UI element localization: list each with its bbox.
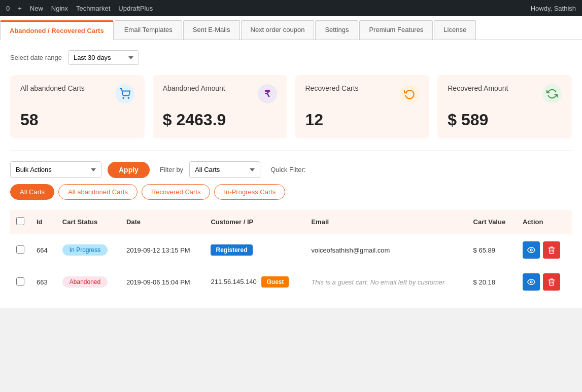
svg-point-0 [123, 97, 124, 98]
stat-card-header-2: Abandoned Amount ₹ [163, 84, 277, 103]
row-value-664: $ 65.89 [467, 234, 517, 266]
admin-bar-plus[interactable]: + [18, 5, 22, 12]
tab-abandoned-recovered[interactable]: Abandoned / Recovered Carts [0, 20, 114, 40]
row-date-664: 2019-09-12 13:15 PM [120, 234, 205, 266]
page-wrapper: Abandoned / Recovered Carts Email Templa… [0, 16, 582, 308]
view-button-663[interactable] [523, 273, 540, 291]
delete-button-663[interactable] [543, 273, 560, 291]
apply-button[interactable]: Apply [108, 162, 150, 178]
row-checkbox-664[interactable] [10, 234, 30, 266]
row-status-664: In Progress [56, 234, 120, 266]
th-cart-status: Cart Status [56, 210, 120, 234]
filter-by-label: Filter by [160, 166, 183, 173]
admin-bar-new[interactable]: New [30, 5, 43, 12]
table-row: 663 Abandoned 2019-09-06 15:04 PM 211.56… [10, 266, 572, 298]
stat-icon-recycle [542, 84, 562, 103]
stat-card-header-3: Recovered Carts [305, 84, 420, 103]
tab-license[interactable]: License [434, 20, 476, 40]
th-customer-ip: Customer / IP [204, 210, 305, 234]
filter-by-select[interactable]: All Carts Abandoned Recovered In Progres… [189, 161, 260, 178]
stat-label-abandoned-amount: Abandoned Amount [163, 84, 225, 92]
stat-icon-refresh [400, 84, 419, 103]
view-button-664[interactable] [523, 241, 540, 259]
stat-card-header-1: All abandoned Carts [20, 84, 134, 103]
quick-filter-buttons: All Carts All abandoned Carts Recovered … [10, 184, 285, 200]
stat-value-all-abandoned: 58 [20, 111, 134, 129]
quick-filter-in-progress[interactable]: In-Progress Carts [214, 184, 285, 200]
bulk-actions-select[interactable]: Bulk Actions Delete [10, 161, 101, 178]
th-email: Email [305, 210, 467, 234]
action-buttons-664 [523, 241, 566, 259]
customer-ip-663: 211.56.145.140 [211, 278, 256, 286]
carts-table-wrapper: Id Cart Status Date Customer / IP Email … [10, 210, 572, 298]
tab-email-templates[interactable]: Email Templates [115, 20, 182, 40]
row-id-664: 664 [30, 234, 56, 266]
admin-user-label: Howdy, Sathish [531, 5, 576, 12]
admin-bar-zero[interactable]: 0 [6, 5, 10, 12]
row-action-663 [517, 266, 572, 298]
th-id: Id [30, 210, 56, 234]
main-content: Select date range Last 7 days Last 30 da… [0, 40, 582, 308]
quick-filter-recovered[interactable]: Recovered Carts [142, 184, 211, 200]
th-checkbox [10, 210, 30, 234]
th-date: Date [120, 210, 205, 234]
admin-bar: 0 + New Nginx Techmarket UpdraftPlus How… [0, 0, 582, 16]
stat-icon-rupee: ₹ [258, 84, 277, 103]
tab-sent-emails[interactable]: Sent E-Mails [183, 20, 240, 40]
row-email-664: voiceofsathish@gmail.com [305, 234, 467, 266]
row-date-663: 2019-09-06 15:04 PM [120, 266, 205, 298]
tab-next-order-coupon[interactable]: Next order coupon [241, 20, 315, 40]
date-range-label: Select date range [10, 54, 62, 61]
stat-label-recovered-amount: Recovered Amount [448, 84, 508, 92]
filters-row: Bulk Actions Delete Apply Filter by All … [10, 161, 572, 200]
quick-filter-all-carts[interactable]: All Carts [10, 184, 54, 200]
stat-label-recovered-carts: Recovered Carts [305, 84, 359, 92]
date-range-select[interactable]: Last 7 days Last 30 days Last 90 days Th… [68, 50, 139, 65]
tab-settings[interactable]: Settings [315, 20, 358, 40]
th-action: Action [517, 210, 572, 234]
stats-grid: All abandoned Carts 58 Abandoned Amount … [10, 75, 572, 138]
svg-point-3 [530, 281, 532, 283]
status-badge-663: Abandoned [62, 276, 108, 288]
stat-card-all-abandoned: All abandoned Carts 58 [10, 75, 145, 138]
row-customer-664: Registered [204, 234, 305, 266]
carts-table: Id Cart Status Date Customer / IP Email … [10, 210, 572, 298]
stat-value-recovered-carts: 12 [305, 111, 420, 129]
table-header-row: Id Cart Status Date Customer / IP Email … [10, 210, 572, 234]
action-buttons-663 [523, 273, 566, 291]
section-divider [10, 151, 572, 151]
row-customer-663: 211.56.145.140 Guest [204, 266, 305, 298]
svg-point-2 [530, 249, 532, 251]
row-select-663[interactable] [16, 277, 24, 286]
status-badge-664: In Progress [62, 244, 108, 256]
stat-card-recovered-carts: Recovered Carts 12 [295, 75, 430, 138]
delete-button-664[interactable] [543, 241, 560, 259]
th-cart-value: Cart Value [467, 210, 517, 234]
tabs-bar: Abandoned / Recovered Carts Email Templa… [0, 16, 582, 40]
stat-card-header-4: Recovered Amount [448, 84, 562, 103]
row-id-663: 663 [30, 266, 56, 298]
row-checkbox-663[interactable] [10, 266, 30, 298]
row-action-664 [517, 234, 572, 266]
quick-filter-all-abandoned[interactable]: All abandoned Carts [58, 184, 138, 200]
guest-email-label-663: This is a guest cart. No email left by c… [311, 278, 444, 286]
customer-badge-664: Registered [211, 244, 252, 256]
row-select-664[interactable] [16, 245, 24, 254]
quick-filter-label: Quick Filter: [270, 166, 305, 173]
stat-card-abandoned-amount: Abandoned Amount ₹ $ 2463.9 [153, 75, 287, 138]
stat-value-recovered-amount: $ 589 [448, 111, 562, 129]
stat-value-abandoned-amount: $ 2463.9 [163, 111, 277, 129]
row-status-663: Abandoned [56, 266, 120, 298]
customer-badge-663: Guest [261, 276, 289, 288]
stat-label-all-abandoned: All abandoned Carts [20, 84, 85, 92]
admin-bar-nginx[interactable]: Nginx [51, 5, 68, 12]
admin-bar-techmarket[interactable]: Techmarket [76, 5, 110, 12]
date-range-row: Select date range Last 7 days Last 30 da… [10, 50, 572, 65]
svg-point-1 [128, 97, 129, 98]
tab-premium-features[interactable]: Premium Features [359, 20, 433, 40]
row-value-663: $ 20.18 [467, 266, 517, 298]
select-all-checkbox[interactable] [16, 217, 24, 225]
row-email-663: This is a guest cart. No email left by c… [305, 266, 467, 298]
table-row: 664 In Progress 2019-09-12 13:15 PM Regi… [10, 234, 572, 266]
admin-bar-updraftplus[interactable]: UpdraftPlus [118, 5, 153, 12]
